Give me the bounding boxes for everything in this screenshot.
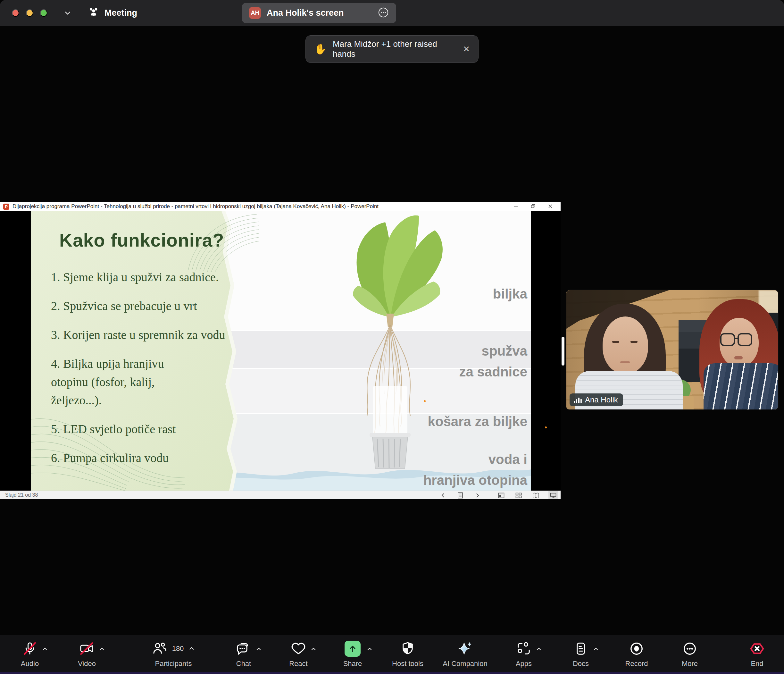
meeting-title: Meeting xyxy=(104,8,137,18)
tab-more-options-icon[interactable] xyxy=(378,7,389,20)
react-options-chevron[interactable] xyxy=(310,646,317,654)
participants-button[interactable]: 180 Participants xyxy=(143,640,204,668)
chat-options-chevron[interactable] xyxy=(255,646,262,654)
host-tools-button[interactable]: Host tools xyxy=(384,640,432,668)
chat-icon xyxy=(236,641,252,657)
slide-bullet: 2. Spužvica se prebacuje u vrt xyxy=(51,297,237,315)
audio-options-chevron[interactable] xyxy=(41,646,48,654)
photo-label-voda: voda i hranjiva otopina xyxy=(423,449,527,490)
normal-view-icon[interactable] xyxy=(496,491,506,499)
ppt-close-button[interactable] xyxy=(548,204,553,210)
slideshow-view-icon[interactable] xyxy=(548,491,558,499)
slide-bullet: 4. Biljka upija hranjivu otopinu (fosfor… xyxy=(51,355,204,409)
powerpoint-status-bar: Slajd 21 od 38 xyxy=(0,490,561,499)
video-button[interactable]: Video xyxy=(63,640,111,668)
more-ellipsis-icon xyxy=(682,641,698,657)
slide-counter: Slajd 21 od 38 xyxy=(5,492,38,498)
window-title-bar: Meeting AH Ana Holik's screen xyxy=(0,0,784,26)
pointer-dot xyxy=(424,400,426,402)
record-icon xyxy=(628,641,645,657)
video-options-chevron[interactable] xyxy=(98,646,106,654)
participants-options-chevron[interactable] xyxy=(188,645,195,653)
glasses xyxy=(720,333,735,346)
photo-label-kosara: košara za biljke xyxy=(428,411,527,432)
docs-button[interactable]: Docs xyxy=(557,640,605,668)
ppt-restore-button[interactable] xyxy=(530,204,535,210)
previous-slide-icon[interactable] xyxy=(438,491,448,499)
react-button[interactable]: React xyxy=(274,640,322,668)
participant-name-plate: Ana Holik xyxy=(569,394,623,406)
shared-screen-tab-title: Ana Holik's screen xyxy=(267,8,372,18)
pointer-dot xyxy=(545,427,547,428)
record-button[interactable]: Record xyxy=(613,640,661,668)
share-button[interactable]: Share xyxy=(328,640,376,668)
participant-video-tile[interactable]: Ana Holik xyxy=(566,290,778,409)
participant-name: Ana Holik xyxy=(585,395,618,404)
powerpoint-window: P Dijaprojekcija programa PowerPoint - T… xyxy=(0,202,561,499)
meeting-people-icon xyxy=(87,6,100,20)
next-slide-icon[interactable] xyxy=(473,491,482,499)
apps-options-chevron[interactable] xyxy=(535,646,542,654)
apps-icon xyxy=(516,641,532,657)
slide-bullet-list: 1. Sjeme klija u spužvi za sadnice. 2. S… xyxy=(51,268,237,467)
ai-companion-sparkle-icon xyxy=(457,640,473,657)
slide-title: Kako funkcionira? xyxy=(59,230,224,251)
ppt-minimize-button[interactable] xyxy=(513,204,518,210)
raised-hands-text: Mara Midžor +1 other raised hands xyxy=(333,39,457,59)
share-options-chevron[interactable] xyxy=(366,646,373,654)
participants-count: 180 xyxy=(172,644,184,653)
shield-icon xyxy=(400,641,415,657)
slide-bullet: 5. LED svjetlo potiče rast xyxy=(51,420,237,438)
notification-close-icon[interactable]: ✕ xyxy=(463,44,470,54)
zoom-meeting-window: Meeting AH Ana Holik's screen ✋ Mara Mid… xyxy=(0,0,784,674)
powerpoint-title-bar: P Dijaprojekcija programa PowerPoint - T… xyxy=(0,202,561,211)
docs-options-chevron[interactable] xyxy=(592,646,599,654)
end-call-icon xyxy=(749,641,765,657)
powerpoint-logo-icon: P xyxy=(3,204,9,210)
microphone-muted-icon xyxy=(22,641,38,657)
slide-bullet: 6. Pumpa cirkulira vodu xyxy=(51,449,237,467)
zoom-traffic-light[interactable] xyxy=(40,9,47,17)
camera-off-icon xyxy=(79,641,95,657)
slide-bullet: 1. Sjeme klija u spužvi za sadnice. xyxy=(51,268,237,286)
meeting-toolbar: Audio Video 180 xyxy=(0,635,784,674)
participants-icon xyxy=(152,641,168,657)
scrollbar-thumb[interactable] xyxy=(562,337,565,366)
chevron-down-icon[interactable] xyxy=(64,9,72,19)
connection-signal-icon xyxy=(573,396,582,404)
audio-button[interactable]: Audio xyxy=(6,640,54,668)
shared-screen-tab[interactable]: AH Ana Holik's screen xyxy=(242,3,396,23)
reading-view-icon[interactable] xyxy=(531,491,541,499)
heart-icon xyxy=(290,641,306,657)
slide: Kako funkcionira? 1. Sjeme klija u spužv… xyxy=(31,211,531,490)
slide-menu-icon[interactable] xyxy=(456,491,465,499)
chat-button[interactable]: Chat xyxy=(219,640,268,668)
desktop-edge xyxy=(0,672,784,674)
end-meeting-button[interactable]: End xyxy=(733,640,781,668)
photo-label-biljka: biljka xyxy=(493,283,527,304)
minimize-traffic-light[interactable] xyxy=(26,9,33,17)
document-icon xyxy=(573,641,588,657)
more-button[interactable]: More xyxy=(666,640,714,668)
ai-companion-button[interactable]: AI Companion xyxy=(441,640,489,668)
close-traffic-light[interactable] xyxy=(12,9,19,17)
share-screen-icon xyxy=(345,641,361,657)
powerpoint-window-title: Dijaprojekcija programa PowerPoint - Teh… xyxy=(12,203,510,210)
slide-sorter-view-icon[interactable] xyxy=(514,491,523,499)
raised-hand-icon: ✋ xyxy=(314,43,327,55)
avatar: AH xyxy=(249,7,261,19)
photo-label-spuzva: spužva za sadnice xyxy=(459,341,527,382)
apps-button[interactable]: Apps xyxy=(500,640,548,668)
slide-bullet: 3. Korijen raste u spremnik za vodu xyxy=(51,326,237,344)
slide-canvas: Kako funkcionira? 1. Sjeme klija u spužv… xyxy=(0,211,561,490)
raised-hands-notification: ✋ Mara Midžor +1 other raised hands ✕ xyxy=(305,35,479,63)
